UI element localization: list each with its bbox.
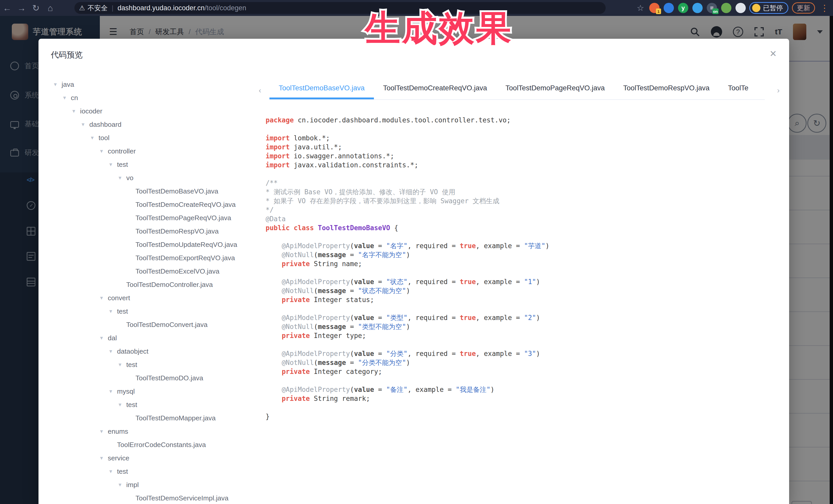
bookmark-star-icon[interactable]: ☆ [637,3,644,13]
tabs-scroll-left-icon[interactable]: ‹ [259,86,261,95]
profile-paused-chip[interactable]: 已暂停 [749,2,788,14]
tree-file-row[interactable]: ToolTestDemoCreateReqVO.java [44,198,262,211]
tree-folder-row[interactable]: ▾iocoder [44,104,262,118]
tree-caret-icon[interactable]: ▾ [109,388,117,395]
file-tab-2[interactable]: ToolTestDemoPageReqVO.java [496,80,614,99]
list-extension-icon[interactable]: ≡on [707,3,717,13]
tree-caret-icon[interactable]: ▾ [119,401,126,408]
tree-folder-row[interactable]: ▾test [44,158,262,171]
code-line: @NotNull(message = "状态不能为空") [266,286,776,295]
code-line: package cn.iocoder.dashboard.modules.too… [266,116,776,125]
close-icon[interactable]: ✕ [770,48,777,59]
code-line: @ApiModelProperty(value = "类型", required… [266,313,776,322]
browser-update-button[interactable]: 更新 [792,2,815,14]
tree-folder-row[interactable]: ▾test [44,465,262,478]
code-line: @Data [266,215,776,223]
tree-folder-row[interactable]: ▾dataobject [44,345,262,358]
tree-file-row[interactable]: ToolErrorCodeConstants.java [44,438,262,451]
tree-folder-row[interactable]: ▾enums [44,425,262,438]
tree-caret-icon[interactable]: ▾ [91,135,98,141]
code-line: @NotNull(message = "类型不能为空") [266,322,776,331]
browser-reload-icon[interactable]: ↻ [29,3,43,13]
address-bar[interactable]: ⚠ 不安全 | dashboard.yudao.iocoder.cn /tool… [74,2,605,14]
tree-file-row[interactable]: ToolTestDemoServiceImpl.java [44,491,262,502]
tree-file-row[interactable]: ToolTestDemoRespVO.java [44,224,262,238]
tree-caret-icon[interactable]: ▾ [100,335,108,341]
tree-file-row[interactable]: ToolTestDemoConvert.java [44,318,262,331]
tree-caret-icon[interactable]: ▾ [72,108,80,115]
code-line: import lombok.*; [266,134,776,143]
tree-file-row[interactable]: ToolTestDemoPageReqVO.java [44,211,262,224]
tree-folder-row[interactable]: ▾vo [44,171,262,185]
tree-folder-row[interactable]: ▾java [44,78,262,91]
tabs-scroll-right-icon[interactable]: › [777,86,780,95]
tree-node-label: dal [108,334,117,342]
plant-extension-icon[interactable] [721,3,731,13]
tree-folder-row[interactable]: ▾test [44,305,262,318]
code-line [266,340,776,349]
tree-node-label: test [126,361,137,369]
tree-file-row[interactable]: ToolTestDemoDO.java [44,371,262,385]
tree-folder-row[interactable]: ▾dashboard [44,118,262,131]
code-line: import java.util.*; [266,143,776,152]
tree-folder-row[interactable]: ▾test [44,398,262,411]
tree-caret-icon[interactable]: ▾ [100,295,108,301]
tree-folder-row[interactable]: ▾dal [44,331,262,345]
tree-caret-icon[interactable]: ▾ [109,161,117,168]
tree-caret-icon[interactable]: ▾ [109,468,117,475]
tree-caret-icon[interactable]: ▾ [100,428,108,435]
tree-caret-icon[interactable]: ▾ [109,308,117,315]
tree-folder-row[interactable]: ▾cn [44,91,262,104]
code-line: @ApiModelProperty(value = "分类", required… [266,349,776,358]
tree-folder-row[interactable]: ▾impl [44,478,262,491]
file-tab-0[interactable]: ToolTestDemoBaseVO.java [269,80,374,99]
tree-caret-icon[interactable]: ▾ [54,81,62,88]
tree-file-row[interactable]: ToolTestDemoBaseVO.java [44,185,262,198]
tree-folder-row[interactable]: ▾controller [44,144,262,158]
tree-folder-row[interactable]: ▾mysql [44,385,262,398]
browser-toolbar-right: ☆ 1y≡on 已暂停 更新 ⋮ [637,0,830,16]
tree-caret-icon[interactable]: ▾ [119,174,126,181]
tree-caret-icon[interactable]: ▾ [100,148,108,154]
tree-node-label: ToolTestDemoUpdateReqVO.java [136,241,237,249]
browser-forward-icon[interactable]: → [15,3,29,13]
browser-back-icon[interactable]: ← [0,3,15,13]
tree-node-label: test [117,307,128,315]
tree-caret-icon[interactable]: ▾ [119,481,126,488]
tree-file-row[interactable]: ToolTestDemoUpdateReqVO.java [44,238,262,251]
pin-extension-icon[interactable] [664,3,674,13]
tree-node-label: ToolTestDemoExcelVO.java [136,267,219,275]
tree-caret-icon[interactable]: ▾ [81,121,89,128]
screenshot-root: 芋道管理系统 ☰ 首页 / 研发工具 / 代码生成 ? tT [0,0,833,504]
tree-folder-row[interactable]: ▾service [44,451,262,465]
y-extension-icon[interactable]: y [678,3,688,13]
file-tab-3[interactable]: ToolTestDemoRespVO.java [614,80,719,99]
file-tab-4[interactable]: ToolTe [719,80,758,99]
extension-badge: on [712,8,718,14]
browser-chrome: ← → ↻ ⌂ ⚠ 不安全 | dashboard.yudao.iocoder.… [0,0,833,16]
tree-file-row[interactable]: ToolTestDemoExportReqVO.java [44,251,262,265]
browser-home-icon[interactable]: ⌂ [43,3,57,13]
code-line [266,125,776,134]
code-preview-modal: 代码预览 ✕ ▾java▾cn▾iocoder▾dashboard▾tool▾c… [39,39,789,504]
tree-node-label: iocoder [80,107,102,115]
tree-folder-row[interactable]: ▾test [44,358,262,371]
tree-file-row[interactable]: ToolTestDemoMapper.java [44,411,262,425]
tree-caret-icon[interactable]: ▾ [109,348,117,355]
tree-folder-row[interactable]: ▾tool [44,131,262,144]
puzzle-extension-icon[interactable] [736,3,746,13]
tree-folder-row[interactable]: ▾convert [44,291,262,305]
tree-file-row[interactable]: ToolTestDemoController.java [44,278,262,291]
diamond-extension-icon[interactable] [692,3,703,13]
tree-node-label: test [117,467,128,476]
refresh-circle-extension-icon[interactable]: 1 [649,3,660,13]
tree-node-label: dashboard [89,121,121,128]
security-label[interactable]: 不安全 [88,4,108,13]
browser-menu-icon[interactable]: ⋮ [818,3,830,13]
tree-node-label: ToolErrorCodeConstants.java [117,441,206,449]
tree-caret-icon[interactable]: ▾ [63,94,71,101]
tree-caret-icon[interactable]: ▾ [100,455,108,461]
tree-file-row[interactable]: ToolTestDemoExcelVO.java [44,265,262,278]
file-tab-1[interactable]: ToolTestDemoCreateReqVO.java [374,80,496,99]
tree-caret-icon[interactable]: ▾ [119,361,126,368]
